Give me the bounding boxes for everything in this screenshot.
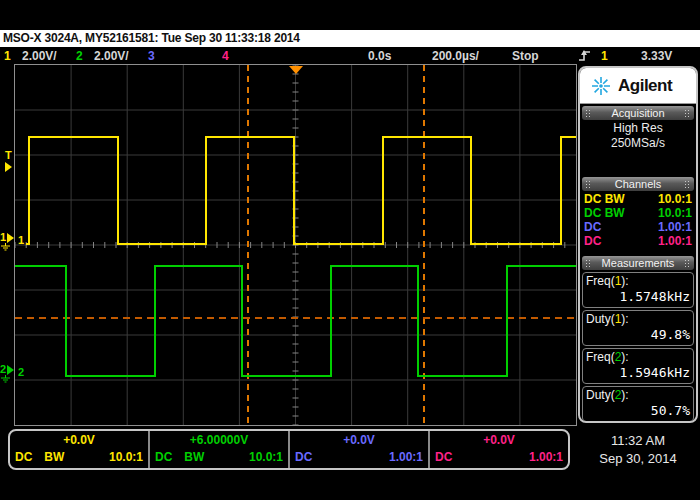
horizontal-delay[interactable]: 0.0s xyxy=(368,49,391,63)
model-serial-timestamp: MSO-X 3024A, MY52161581: Tue Sep 30 11:3… xyxy=(3,31,300,45)
trigger-position-marker[interactable] xyxy=(289,66,303,74)
agilent-logo-icon xyxy=(590,75,612,97)
status-ch4-number[interactable]: 4 xyxy=(222,49,229,63)
status-ch3-number[interactable]: 3 xyxy=(148,49,155,63)
channel-row-1[interactable]: DC BW 10.0:1 xyxy=(580,192,696,206)
channel-row-4[interactable]: DC 1.00:1 xyxy=(580,234,696,248)
ch3-offset: +0.0V xyxy=(290,431,428,449)
channels-header[interactable]: Channels xyxy=(582,177,694,191)
ch4-offset: +0.0V xyxy=(430,431,568,449)
measurement-value: 1.5748kHz xyxy=(586,289,690,305)
ch2-ground-arrow-icon xyxy=(7,365,14,375)
drag-grip-icon xyxy=(684,180,691,189)
spacer xyxy=(580,151,696,175)
clock-time: 11:32 AM xyxy=(578,432,698,450)
channel-row-2[interactable]: DC BW 10.0:1 xyxy=(580,206,696,220)
capture-banner: MSO-X 3024A, MY52161581: Tue Sep 30 11:3… xyxy=(0,30,700,47)
status-ch1-number[interactable]: 1 xyxy=(4,49,11,63)
drag-grip-icon xyxy=(585,180,592,189)
brand-name: Agilent xyxy=(618,76,672,96)
status-ch2-scale[interactable]: 2.00V/ xyxy=(94,49,129,63)
trigger-level-marker[interactable]: T xyxy=(5,150,17,172)
status-ch1-scale[interactable]: 2.00V/ xyxy=(22,49,57,63)
ch2-offset: +6.00000V xyxy=(150,431,288,449)
drag-grip-icon xyxy=(684,109,691,118)
measurement-value: 50.7% xyxy=(586,403,690,419)
trigger-level-value[interactable]: 3.33V xyxy=(641,49,672,63)
ch4-settings-box[interactable]: +0.0V DC 1.00:1 xyxy=(428,431,568,468)
scope-graticule xyxy=(15,65,576,425)
ch3-settings-box[interactable]: +0.0V DC 1.00:1 xyxy=(288,431,428,468)
brand-box: Agilent xyxy=(580,68,696,104)
ch2-ground-marker[interactable]: 2 xyxy=(0,363,14,384)
ch1-trace-label: 1 xyxy=(18,234,24,246)
measurement-value: 49.8% xyxy=(586,327,690,343)
spacer xyxy=(580,248,696,254)
channel-1-trace xyxy=(26,137,576,244)
trigger-arrow-icon xyxy=(5,162,12,172)
run-state[interactable]: Stop xyxy=(512,49,539,63)
timebase-setting[interactable]: 200.0µs/ xyxy=(432,49,479,63)
status-ch2-number[interactable]: 2 xyxy=(76,49,83,63)
clock: 11:32 AM Sep 30, 2014 xyxy=(578,432,698,468)
channel-row-3[interactable]: DC 1.00:1 xyxy=(580,220,696,234)
ground-symbol-icon xyxy=(0,375,11,383)
ch1-ground-marker[interactable]: 1 xyxy=(0,231,14,252)
ch1-settings-box[interactable]: +0.0V DC BW 10.0:1 xyxy=(10,431,148,468)
measurement-freq2[interactable]: Freq(2): 1.5946kHz xyxy=(582,348,694,384)
measurement-value: 1.5946kHz xyxy=(586,365,690,381)
measurements-header[interactable]: Measurements xyxy=(582,256,694,270)
acquisition-mode: High Res xyxy=(580,121,696,136)
sample-rate: 250MSa/s xyxy=(580,136,696,151)
ch1-ground-arrow-icon xyxy=(7,233,14,243)
ground-symbol-icon xyxy=(0,243,11,251)
waveform-display xyxy=(14,64,577,426)
ch2-settings-box[interactable]: +6.00000V DC BW 10.0:1 xyxy=(148,431,288,468)
trigger-source-number[interactable]: 1 xyxy=(601,49,608,63)
channel-settings-bar: +0.0V DC BW 10.0:1 +6.00000V DC BW 10.0:… xyxy=(8,429,570,470)
drag-grip-icon xyxy=(585,259,592,268)
drag-grip-icon xyxy=(684,259,691,268)
ch2-trace-label: 2 xyxy=(18,366,24,378)
clock-date: Sep 30, 2014 xyxy=(578,450,698,468)
status-bar: 1 2.00V/ 2 2.00V/ 3 4 0.0s 200.0µs/ Stop… xyxy=(0,47,700,64)
drag-grip-icon xyxy=(585,109,592,118)
measurement-freq1[interactable]: Freq(1): 1.5748kHz xyxy=(582,272,694,308)
measurement-duty1[interactable]: Duty(1): 49.8% xyxy=(582,310,694,346)
ch1-offset: +0.0V xyxy=(10,431,148,449)
sidebar: Agilent Acquisition High Res 250MSa/s Ch… xyxy=(578,66,698,423)
rising-edge-trigger-icon xyxy=(578,49,591,65)
measurement-duty2[interactable]: Duty(2): 50.7% xyxy=(582,386,694,422)
acquisition-header[interactable]: Acquisition xyxy=(582,106,694,120)
